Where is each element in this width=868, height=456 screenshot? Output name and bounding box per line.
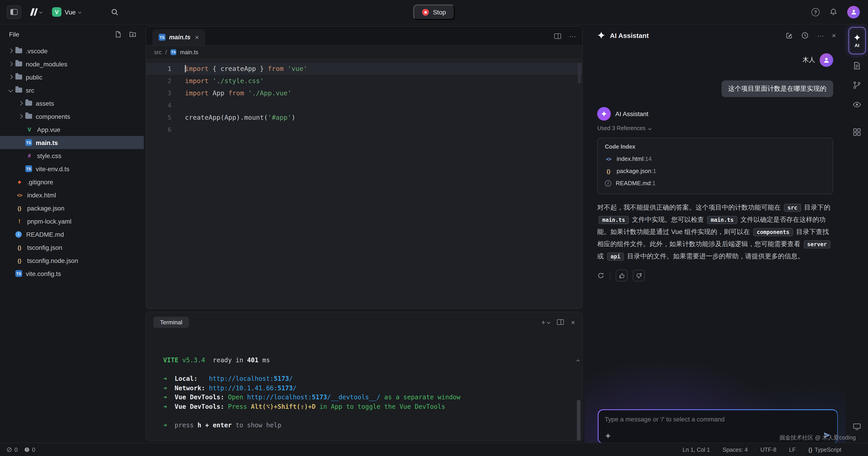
line-number: 3 [146,87,171,99]
folder-icon [16,88,22,93]
new-folder-button[interactable] [129,31,136,38]
ai-assistant-activity-button[interactable]: AI [848,27,866,54]
terminal-tab[interactable]: Terminal [153,317,189,328]
thumbs-down-button[interactable] [633,270,645,282]
message-actions [597,270,833,282]
new-terminal-button[interactable]: + [541,319,550,325]
split-terminal-icon[interactable] [557,319,564,325]
tree-item-pnpm-lock.yaml[interactable]: !pnpm-lock.yaml [0,215,144,228]
remote-window-button[interactable] [846,422,868,431]
stop-button[interactable]: Stop [413,4,455,20]
panel-layout-icon [10,9,18,15]
problems-warnings[interactable]: 0 [24,447,35,453]
workspace-menu[interactable] [31,8,42,16]
breadcrumb-folder[interactable]: src [154,49,162,55]
status-item-ln-1-col-1[interactable]: Ln 1, Col 1 [683,447,710,453]
warning-icon [24,447,30,453]
tree-item-package.json[interactable]: {}package.json [0,201,144,215]
breadcrumb-file[interactable]: main.ts [180,49,198,55]
status-item-typescript[interactable]: {}TypeScript [808,447,841,453]
vue-logo-icon: V [52,7,61,17]
user-avatar[interactable] [847,6,860,18]
info-icon: i [605,180,611,186]
code-index-item-index.html[interactable]: <>index.html:14 [605,153,826,165]
tree-item-index.html[interactable]: <>index.html [0,188,144,201]
typescript-file-icon: TS [25,139,32,146]
new-file-button[interactable] [114,31,122,38]
notifications-button[interactable] [830,8,837,16]
compose-icon [785,31,793,39]
problems-errors[interactable]: 0 [6,447,18,453]
tree-item-.gitignore[interactable]: ◆.gitignore [0,175,144,188]
code-text[interactable] [171,124,185,136]
tree-item-assets[interactable]: assets [0,97,144,110]
reference-file-name: index.html [617,155,644,162]
tree-item-tsconfig.node.json[interactable]: {}tsconfig.node.json [0,254,144,267]
tree-item-.vscode[interactable]: .vscode [0,44,144,57]
plus-icon: + [541,319,546,325]
preview-activity-button[interactable] [852,100,861,109]
split-editor-icon[interactable] [554,33,561,39]
code-index-item-README.md[interactable]: iREADME.md:1 [605,177,826,189]
source-control-activity-button[interactable] [852,81,861,90]
close-panel-icon[interactable]: × [832,32,836,39]
status-item-lf[interactable]: LF [789,447,796,453]
tree-item-label: style.css [37,152,61,159]
watermark-text: 掘金技术社区 @ 木人爱coding [779,434,856,442]
person-icon [850,8,857,15]
tab-label: main.ts [169,34,191,41]
code-index-item-package.json[interactable]: {}package.json:1 [605,165,826,177]
status-item-spaces-4[interactable]: Spaces: 4 [723,447,748,453]
inline-code-chip: api [607,253,624,261]
angle-icon: <> [605,156,612,161]
code-text[interactable]: import App from './App.vue' [171,87,291,99]
tree-item-public[interactable]: public [0,70,144,84]
thumbs-up-button[interactable] [616,270,627,282]
tree-item-vite-env.d.ts[interactable]: TSvite-env.d.ts [0,162,144,175]
tree-item-vite.config.ts[interactable]: TSvite.config.ts [0,267,144,280]
tree-item-style.css[interactable]: #style.css [0,149,144,162]
sidebar-toggle-button[interactable] [7,5,21,19]
tree-item-components[interactable]: components [0,110,144,123]
project-menu[interactable]: V Vue [52,7,81,17]
tree-item-node_modules[interactable]: node_modules [0,57,144,70]
more-options-icon[interactable]: ··· [817,32,824,39]
new-chat-button[interactable] [785,31,793,39]
typescript-file-icon: TS [25,165,32,172]
references-toggle[interactable]: Used 3 References [597,125,833,131]
tree-item-App.vue[interactable]: VApp.vue [0,123,144,136]
history-button[interactable] [801,31,809,39]
terminal-output[interactable]: VITE v5.3.4 ready in 401 ms ➜ Local: htt… [146,332,582,441]
search-button[interactable] [111,8,119,16]
tab-main-ts[interactable]: TS main.ts × [152,29,205,45]
tree-item-README.md[interactable]: iREADME.md [0,228,144,241]
references-label: Used 3 References [597,125,646,131]
code-text[interactable]: import { createApp } from 'vue' [171,63,307,75]
chat-area: 木人 这个项目里面计数是在哪里实现的 AI Assistant Used 3 R… [585,53,846,443]
stop-label: Stop [433,8,446,16]
reference-line-number: :14 [644,155,652,162]
extensions-activity-button[interactable] [852,128,861,136]
user-name: 木人 [802,56,815,64]
editor-more-icon[interactable]: ··· [569,33,576,39]
terminal-line: ➜ Vue DevTools: Open http://localhost:51… [163,393,582,402]
editor-scrollbar[interactable] [578,63,581,84]
status-item-utf-8[interactable]: UTF-8 [761,447,776,453]
code-text[interactable]: import './style.css' [171,75,264,87]
code-editor[interactable]: 1import { createApp } from 'vue'2import … [146,59,582,308]
help-button[interactable]: ? [811,8,819,16]
terminal-scrollbar[interactable] [577,400,581,441]
code-text[interactable] [171,99,185,111]
tree-item-src[interactable]: src [0,84,144,97]
file-search-activity-button[interactable] [852,61,861,70]
tree-item-tsconfig.json[interactable]: {}tsconfig.json [0,241,144,254]
tree-item-main.ts[interactable]: TSmain.ts [0,136,144,149]
person-icon [823,57,830,64]
reference-file-name: README.md [616,180,651,187]
terminal-line: ➜ press h + enter to show help [163,420,582,430]
tree-item-label: tsconfig.node.json [27,257,78,264]
code-text[interactable]: createApp(App).mount('#app') [171,111,296,124]
terminal-close-icon[interactable]: × [571,319,575,325]
regenerate-button[interactable] [597,272,604,279]
tab-close-icon[interactable]: × [195,34,199,41]
